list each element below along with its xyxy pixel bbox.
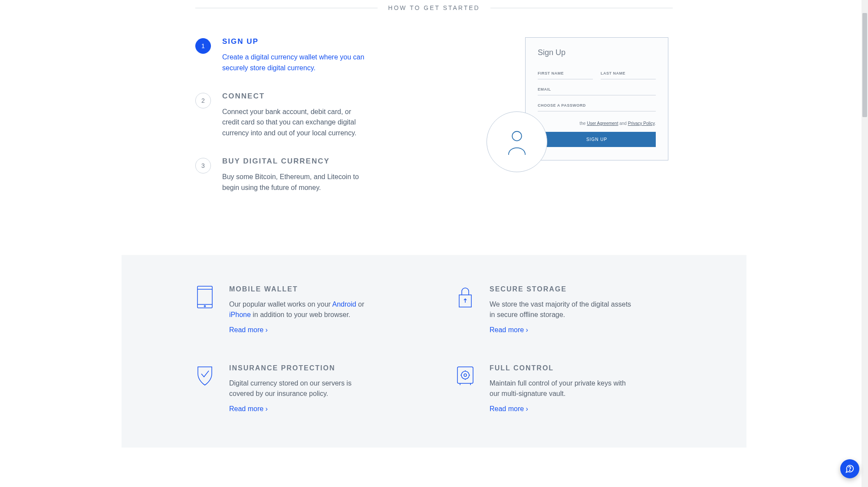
section-title: HOW TO GET STARTED xyxy=(378,4,490,11)
consent-text: the User Agreement and Privacy Policy. xyxy=(538,121,656,126)
feature-desc: We store the vast majority of the digita… xyxy=(490,299,637,320)
lock-icon xyxy=(456,285,475,334)
feature-mobile-wallet: MOBILE WALLET Our popular wallet works o… xyxy=(195,285,412,334)
step-connect[interactable]: 2 CONNECT Connect your bank account, deb… xyxy=(195,92,421,139)
email-field: EMAIL xyxy=(538,79,656,95)
step-title: SIGN UP xyxy=(222,37,370,46)
person-icon xyxy=(487,111,547,172)
signup-form-mock: Sign Up FIRST NAME LAST NAME EMAIL CHOOS… xyxy=(525,37,668,160)
privacy-policy-link: Privacy Policy xyxy=(628,121,655,126)
step-desc: Create a digital currency wallet where y… xyxy=(222,52,370,74)
step-signup[interactable]: 1 SIGN UP Create a digital currency wall… xyxy=(195,37,421,74)
step-title: BUY DIGITAL CURRENCY xyxy=(222,157,370,166)
vault-icon xyxy=(456,364,475,413)
shield-check-icon xyxy=(195,364,214,413)
step-number: 3 xyxy=(195,158,211,173)
feature-full-control: FULL CONTROL Maintain full control of yo… xyxy=(456,364,673,413)
signup-title: Sign Up xyxy=(538,48,656,57)
step-desc: Connect your bank account, debit card, o… xyxy=(222,107,370,139)
svg-rect-7 xyxy=(457,367,473,383)
feature-title: SECURE STORAGE xyxy=(490,285,637,293)
iphone-link[interactable]: iPhone xyxy=(229,311,251,318)
read-more-link[interactable]: Read more › xyxy=(490,405,528,413)
feature-desc: Maintain full control of your private ke… xyxy=(490,378,637,399)
step-desc: Buy some Bitcoin, Ethereum, and Litecoin… xyxy=(222,172,370,193)
first-name-field: FIRST NAME xyxy=(538,63,593,79)
step-title: CONNECT xyxy=(222,92,370,101)
password-field: CHOOSE A PASSWORD xyxy=(538,95,656,111)
feature-desc: Digital currency stored on our servers i… xyxy=(229,378,377,399)
feature-title: FULL CONTROL xyxy=(490,364,637,372)
read-more-link[interactable]: Read more › xyxy=(490,326,528,334)
step-buy[interactable]: 3 BUY DIGITAL CURRENCY Buy some Bitcoin,… xyxy=(195,157,421,193)
feature-title: MOBILE WALLET xyxy=(229,285,377,293)
svg-point-9 xyxy=(464,374,467,376)
section-divider: HOW TO GET STARTED xyxy=(195,4,673,11)
step-number: 1 xyxy=(195,38,211,54)
feature-insurance: INSURANCE PROTECTION Digital currency st… xyxy=(195,364,412,413)
user-agreement-link: User Agreement xyxy=(587,121,618,126)
feature-secure-storage: SECURE STORAGE We store the vast majorit… xyxy=(456,285,673,334)
svg-point-8 xyxy=(461,371,469,379)
read-more-link[interactable]: Read more › xyxy=(229,326,268,334)
svg-point-0 xyxy=(512,131,522,141)
step-number: 2 xyxy=(195,93,211,108)
steps-list: 1 SIGN UP Create a digital currency wall… xyxy=(195,37,421,212)
tablet-icon xyxy=(195,285,214,334)
svg-point-4 xyxy=(204,305,205,307)
android-link[interactable]: Android xyxy=(332,301,356,308)
signup-button-mock: SIGN UP xyxy=(538,132,656,147)
last-name-field: LAST NAME xyxy=(601,63,656,79)
feature-title: INSURANCE PROTECTION xyxy=(229,364,377,372)
read-more-link[interactable]: Read more › xyxy=(229,405,268,413)
feature-desc: Our popular wallet works on your Android… xyxy=(229,299,377,320)
